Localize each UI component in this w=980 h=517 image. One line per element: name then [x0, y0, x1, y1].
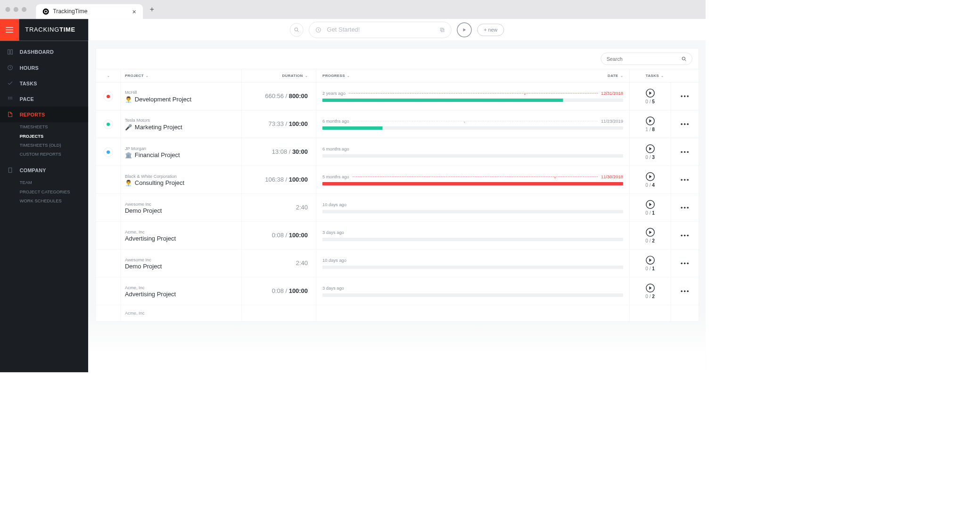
table-body: McHill 👨‍💼Development Project 660:56 / 8… [96, 83, 699, 322]
svg-point-13 [10, 98, 11, 99]
copy-icon[interactable] [440, 27, 445, 33]
start-timer-button[interactable] [457, 22, 472, 37]
row-menu-cell [671, 250, 699, 277]
svg-rect-6 [8, 50, 10, 54]
row-menu-cell [671, 277, 699, 305]
sidebar-sub-timesheets-old[interactable]: TIMESHEETS (OLD) [0, 141, 88, 150]
row-menu-button[interactable] [681, 151, 689, 153]
header-expand[interactable]: ⌄ [96, 74, 121, 78]
chevron-down-icon: ⌄ [347, 74, 350, 78]
sidebar-sub-timesheets[interactable]: TIMESHEETS [0, 122, 88, 131]
duration-cell [241, 305, 316, 321]
browser-tab[interactable]: TrackingTime × [36, 4, 143, 19]
table-row[interactable]: Black & White Corporation 👨‍💼Consulting … [96, 166, 699, 194]
sidebar-sub-work-schedules[interactable]: WORK SCHEDULES [0, 196, 88, 205]
new-tab-button[interactable]: + [150, 5, 154, 14]
color-dot [104, 119, 113, 129]
search-input[interactable] [607, 56, 678, 61]
row-menu-button[interactable] [681, 235, 689, 237]
row-play-button[interactable] [646, 89, 655, 98]
project-cell: Acme, Inc Advertising Project [121, 277, 241, 305]
row-play-button[interactable] [646, 228, 655, 237]
sidebar-item-tasks[interactable]: TASKS [0, 75, 88, 91]
task-count: 0 / 3 [645, 154, 655, 160]
row-play-button[interactable] [646, 200, 655, 209]
task-count: 0 / 1 [645, 266, 655, 271]
row-menu-button[interactable] [681, 123, 689, 125]
traffic-light-close[interactable] [6, 7, 10, 12]
tab-close-icon[interactable]: × [132, 8, 136, 16]
project-name: 🏛️Financial Project [125, 151, 237, 158]
svg-point-10 [10, 97, 11, 98]
dashboard-icon [7, 49, 13, 55]
row-play-button[interactable] [646, 172, 655, 181]
sidebar-label: TASKS [20, 80, 37, 86]
progress-bar [322, 293, 623, 297]
brand-part2: TIME [59, 26, 75, 33]
table-row[interactable]: Awesome Inc Demo Project 2:40 10 days ag… [96, 250, 699, 277]
client-name: Awesome Inc [125, 257, 237, 262]
table-row[interactable]: McHill 👨‍💼Development Project 660:56 / 8… [96, 83, 699, 110]
progress-cell: 6 months ago ⌄ 11/23/2019 [316, 110, 629, 138]
table-row[interactable]: Awesome Inc Demo Project 2:40 10 days ag… [96, 194, 699, 222]
sidebar-item-company[interactable]: COMPANY [0, 162, 88, 178]
row-play-button[interactable] [646, 117, 655, 125]
sidebar-item-hours[interactable]: HOURS [0, 60, 88, 75]
row-menu-button[interactable] [681, 95, 689, 97]
table-row[interactable]: Acme, Inc Advertising Project 0:08 / 100… [96, 277, 699, 305]
menu-button[interactable] [0, 19, 19, 41]
sidebar-item-pace[interactable]: PACE [0, 91, 88, 107]
progress-bar [322, 126, 623, 130]
traffic-light-max[interactable] [22, 7, 26, 12]
search-field[interactable] [601, 53, 692, 65]
global-search-button[interactable] [290, 23, 304, 37]
tasks-cell: 0 / 5 [629, 83, 671, 110]
new-button[interactable]: + new [478, 24, 504, 36]
traffic-light-min[interactable] [14, 7, 18, 12]
svg-point-9 [8, 97, 9, 98]
sidebar-item-dashboard[interactable]: DASHBOARD [0, 44, 88, 60]
svg-rect-15 [8, 168, 11, 173]
row-menu-button[interactable] [681, 179, 689, 181]
row-play-button[interactable] [646, 144, 655, 153]
row-play-button[interactable] [646, 256, 655, 265]
row-play-button[interactable] [646, 284, 655, 292]
row-menu-cell [671, 194, 699, 221]
table-row[interactable]: Tesla Motors 🎤Marketing Project 73:33 / … [96, 110, 699, 138]
progress-bar [322, 266, 623, 269]
row-menu-cell [671, 138, 699, 166]
search-icon [294, 27, 300, 33]
get-started-input[interactable]: Get Started! [309, 22, 451, 38]
sidebar-sub-team[interactable]: TEAM [0, 178, 88, 187]
progress-bar [322, 238, 623, 241]
tasks-cell: 0 / 1 [629, 194, 671, 221]
progress-bar [322, 182, 623, 185]
progress-bar [322, 99, 623, 102]
row-menu-button[interactable] [681, 263, 689, 265]
svg-rect-7 [11, 50, 13, 54]
sidebar-sub-custom-reports[interactable]: CUSTOM REPORTS [0, 150, 88, 159]
project-emoji-icon: 🏛️ [125, 151, 132, 158]
table-row[interactable]: Acme, Inc [96, 305, 699, 322]
task-count: 1 / 8 [645, 126, 655, 132]
table-row[interactable]: Acme, Inc Advertising Project 0:08 / 100… [96, 222, 699, 250]
header-project[interactable]: PROJECT⌄ [121, 69, 241, 82]
sidebar-sub-projects[interactable]: PROJECTS [0, 132, 88, 141]
header-duration[interactable]: DURATION⌄ [241, 69, 316, 82]
header-progress[interactable]: PROGRESS⌄ DATE⌄ [316, 69, 629, 82]
svg-line-1 [297, 30, 299, 32]
project-emoji-icon: 👨‍💼 [125, 96, 132, 103]
sidebar-item-reports[interactable]: REPORTS [0, 107, 88, 122]
table-row[interactable]: JP Morgan 🏛️Financial Project 13:08 / 30… [96, 138, 699, 166]
client-name: Tesla Motors [125, 117, 237, 123]
header-tasks[interactable]: TASKS⌄ [629, 69, 671, 82]
row-menu-button[interactable] [681, 291, 689, 292]
sidebar-sub-project-categories[interactable]: PROJECT CATEGORIES [0, 187, 88, 196]
due-marker-icon: ⌄ [553, 175, 556, 179]
progress-ago: 10 days ago [322, 258, 346, 263]
row-menu-cell [671, 110, 699, 138]
project-emoji-icon: 🎤 [125, 124, 132, 131]
progress-bar [322, 210, 623, 213]
row-menu-button[interactable] [681, 207, 689, 208]
project-name: Advertising Project [125, 235, 237, 242]
